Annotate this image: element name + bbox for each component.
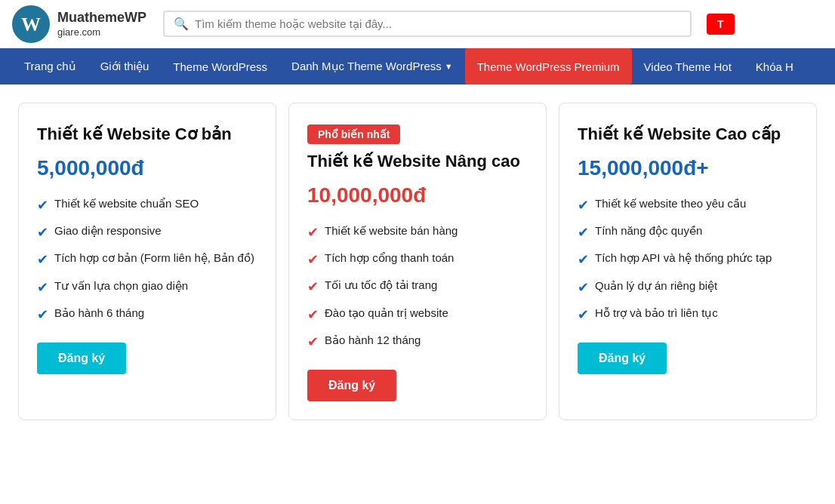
card-advanced-price: 10,000,000đ: [307, 183, 528, 207]
list-item: ✔Quản lý dự án riêng biệt: [578, 278, 798, 297]
check-icon: ✔: [307, 250, 319, 269]
nav-item-danh-muc[interactable]: Danh Mục Theme WordPress ▼: [279, 48, 465, 85]
list-item: ✔Tích hợp cơ bản (Form liên hệ, Bản đồ): [37, 250, 257, 269]
logo-area: W MuathemeWP giare.com: [12, 5, 148, 43]
check-icon: ✔: [37, 196, 48, 215]
chevron-down-icon: ▼: [445, 62, 453, 71]
check-icon: ✔: [578, 223, 589, 242]
check-icon: ✔: [578, 196, 589, 215]
card-premium-price: 15,000,000đ+: [578, 156, 798, 180]
check-icon: ✔: [37, 278, 48, 297]
pricing-card-advanced: Phổ biến nhất Thiết kế Website Nâng cao …: [288, 103, 547, 420]
domain-name: giare.com: [57, 26, 146, 38]
check-icon: ✔: [578, 250, 589, 269]
list-item: ✔Tư vấn lựa chọn giao diện: [37, 278, 257, 297]
list-item: ✔Tính năng độc quyền: [578, 223, 798, 242]
list-item: ✔Hỗ trợ và bảo trì liên tục: [578, 305, 798, 324]
logo-text: MuathemeWP giare.com: [57, 10, 146, 38]
check-icon: ✔: [37, 306, 48, 324]
card-basic-title: Thiết kế Website Cơ bản: [37, 124, 257, 144]
pricing-card-basic: Thiết kế Website Cơ bản 5,000,000đ ✔Thiế…: [18, 103, 276, 420]
navbar: Trang chủ Giới thiệu Theme WordPress Dan…: [0, 48, 835, 85]
search-input[interactable]: [195, 17, 681, 30]
list-item: ✔Đào tạo quản trị website: [307, 305, 528, 324]
check-icon: ✔: [37, 250, 48, 269]
pricing-card-premium: Thiết kế Website Cao cấp 15,000,000đ+ ✔T…: [559, 103, 817, 420]
register-basic-button[interactable]: Đăng ký: [37, 343, 126, 374]
svg-text:W: W: [21, 14, 41, 35]
check-icon: ✔: [37, 223, 48, 242]
check-icon: ✔: [307, 333, 319, 352]
nav-item-khoa-hoc[interactable]: Khóa H: [744, 48, 806, 85]
nav-item-trang-chu[interactable]: Trang chủ: [12, 48, 88, 85]
card-basic-price: 5,000,000đ: [37, 156, 257, 180]
search-bar[interactable]: 🔍: [163, 11, 692, 37]
nav-item-theme-wordpress[interactable]: Theme WordPress: [161, 48, 279, 85]
wordpress-logo: W: [12, 5, 50, 43]
list-item: ✔Bảo hành 12 tháng: [307, 332, 528, 352]
nav-item-premium[interactable]: Theme WordPress Premium: [465, 48, 632, 85]
card-advanced-title: Thiết kế Website Nâng cao: [307, 152, 528, 171]
check-icon: ✔: [307, 223, 319, 242]
list-item: ✔Thiết kế website theo yêu cầu: [578, 195, 798, 215]
list-item: ✔Tối ưu tốc độ tải trang: [307, 277, 528, 297]
card-advanced-features: ✔Thiết kế website bán hàng ✔Tích hợp cổn…: [307, 223, 528, 352]
list-item: ✔Tích hợp cổng thanh toán: [307, 250, 528, 269]
check-icon: ✔: [307, 306, 319, 324]
top-right-tab[interactable]: T: [707, 14, 735, 35]
header: W MuathemeWP giare.com 🔍 T: [0, 0, 835, 48]
list-item: ✔Thiết kế website bán hàng: [307, 223, 528, 242]
register-premium-button[interactable]: Đăng ký: [578, 343, 667, 374]
list-item: ✔Tích hợp API và hệ thống phức tạp: [578, 250, 798, 269]
nav-item-video-theme[interactable]: Video Theme Hot: [632, 48, 744, 85]
check-icon: ✔: [578, 278, 589, 297]
card-premium-features: ✔Thiết kế website theo yêu cầu ✔Tính năn…: [578, 195, 798, 324]
nav-item-gioi-thieu[interactable]: Giới thiệu: [88, 48, 162, 85]
search-icon: 🔍: [174, 17, 189, 31]
pricing-section: Thiết kế Website Cơ bản 5,000,000đ ✔Thiế…: [0, 85, 835, 438]
brand-name: MuathemeWP: [57, 10, 146, 26]
popular-badge: Phổ biến nhất: [307, 124, 400, 144]
card-premium-title: Thiết kế Website Cao cấp: [578, 124, 798, 144]
list-item: ✔Thiết kế website chuẩn SEO: [37, 195, 257, 215]
card-basic-features: ✔Thiết kế website chuẩn SEO ✔Giao diện r…: [37, 195, 257, 324]
list-item: ✔Giao diện responsive: [37, 223, 257, 242]
check-icon: ✔: [578, 306, 589, 324]
check-icon: ✔: [307, 278, 319, 297]
list-item: ✔Bảo hành 6 tháng: [37, 305, 257, 324]
register-advanced-button[interactable]: Đăng ký: [307, 370, 396, 401]
